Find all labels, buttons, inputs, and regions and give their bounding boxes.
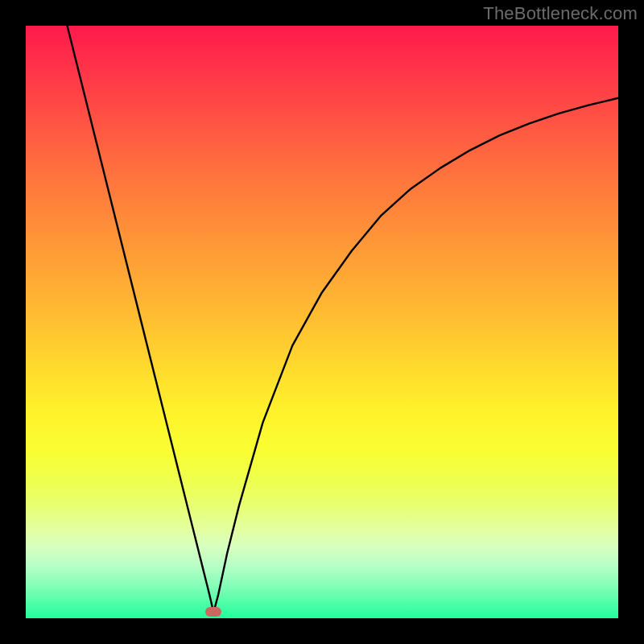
minimum-marker [205,607,221,617]
chart-frame: TheBottleneck.com [0,0,644,644]
watermark-text: TheBottleneck.com [483,3,638,24]
plot-area [26,26,618,618]
bottleneck-curve [26,26,618,618]
